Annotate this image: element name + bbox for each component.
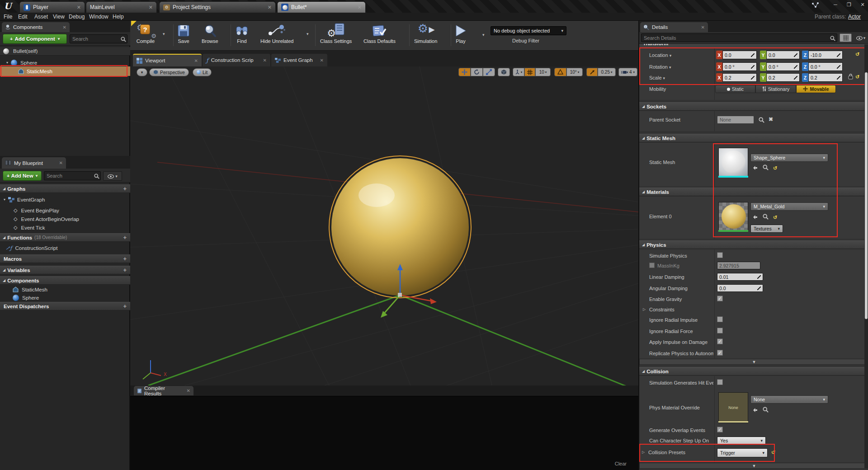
tree-item-event-actorbeginoverlap[interactable]: ◇ Event ActorBeginOverlap [0,215,130,223]
menu-window[interactable]: Window [89,14,108,20]
rotation-x-field[interactable]: 0.0 ° [722,62,757,71]
can-step-up-dropdown[interactable]: Yes▾ [717,437,766,445]
simulate-physics-checkbox[interactable] [717,252,723,258]
search-icon[interactable] [763,164,769,172]
static-mesh-dropdown[interactable]: Shape_Sphere▾ [750,154,828,162]
tab-components[interactable]: Components ✕ [2,22,70,32]
location-label[interactable]: Location ▾ [649,52,671,58]
section-transform[interactable]: Transform [639,44,868,47]
move-tool-button[interactable] [458,68,471,76]
tree-item-constructionscript[interactable]: ↗ƒ ConstructionScript [0,244,130,252]
static-mesh-thumbnail[interactable] [718,148,748,178]
close-icon[interactable]: ✕ [182,388,190,393]
details-scrollbar-thumb[interactable] [865,72,868,319]
reset-icon[interactable]: ↺ [855,52,859,57]
reset-icon[interactable]: ↺ [771,450,775,456]
asset-tab-player[interactable]: Player ✕ [19,1,85,13]
details-search-input[interactable] [641,33,837,42]
save-button[interactable]: Save [177,23,190,44]
my-blueprint-search-input[interactable] [44,171,101,180]
search-icon[interactable] [763,406,769,414]
close-icon[interactable]: ✕ [71,5,81,10]
tab-event-graph[interactable]: Event Graph ✕ [271,54,327,66]
viewport-options-dropdown[interactable]: ▾ [137,68,147,76]
tab-compiler-results[interactable]: Compiler Results ✕ [134,386,193,395]
close-icon[interactable]: ✕ [857,1,868,8]
class-defaults-button[interactable]: Class Defaults [363,23,396,44]
components-search-input[interactable] [70,34,127,43]
close-icon[interactable]: ✕ [142,5,153,10]
clear-x-icon[interactable]: ✖ [769,116,773,122]
tree-item-bullet-self[interactable]: Bullet(self) [0,47,130,56]
scale-y-field[interactable]: 0.2 [766,73,800,82]
asset-tab-bullet[interactable]: Bullet* ✕ [277,1,366,13]
display-filter-button[interactable]: ▾ [854,33,867,42]
parent-class-link[interactable]: Actor [848,14,861,20]
compiler-results-log[interactable]: Clear [130,396,638,470]
add-macro-button[interactable]: + [123,255,127,262]
expand-arrow-icon[interactable]: ▾ [4,197,5,202]
surface-snap-button[interactable]: ▾ [513,68,524,76]
close-icon[interactable]: ✕ [261,5,272,10]
window-graph-icon[interactable] [811,2,820,10]
chevron-down-icon[interactable]: ▾ [163,32,165,36]
reset-icon[interactable]: ↺ [773,165,777,171]
rotation-z-field[interactable]: 0.0 ° [808,62,843,71]
tree-item-sphere[interactable]: ▾ Sphere [0,58,130,67]
tree-item-eventgraph[interactable]: ▾ EventGraph [0,195,130,204]
ignore-radial-impulse-checkbox[interactable] [717,316,723,322]
asset-tab-mainlevel[interactable]: MainLevel ✕ [86,1,157,13]
class-settings-button[interactable]: ⚙ Class Settings [320,23,352,44]
collision-presets-label[interactable]: Collision Presets [648,450,685,455]
minimize-icon[interactable]: ─ [830,1,841,8]
tab-construction-script[interactable]: ƒ Construction Scrip ✕ [203,54,270,66]
rotation-y-field[interactable]: 0.0 ° [766,62,800,71]
section-functions[interactable]: ◢Functions (18 Overridable) + [0,233,130,242]
section-physics[interactable]: ◢Physics [639,240,868,249]
replicate-physics-checkbox[interactable]: ✓ [717,350,723,356]
debug-object-dropdown[interactable]: No debug object selected ▾ [491,26,566,35]
add-graph-button[interactable]: + [123,185,127,192]
section-materials[interactable]: ◢Materials [639,188,868,196]
section-event-dispatchers[interactable]: Event Dispatchers + [0,302,130,310]
reset-icon[interactable]: ↺ [773,215,777,221]
reset-icon[interactable]: ↺ [855,74,859,80]
close-icon[interactable]: ✕ [55,160,63,165]
menu-file[interactable]: File [4,14,12,20]
rotate-tool-button[interactable] [471,68,483,76]
close-icon[interactable]: ✕ [190,58,198,63]
add-event-dispatcher-button[interactable]: + [123,303,127,310]
scale-z-field[interactable]: 0.2 [808,73,843,82]
chevron-down-icon[interactable]: ▾ [307,32,309,36]
browse-button[interactable]: Browse [202,23,218,44]
menu-asset[interactable]: Asset [34,14,48,20]
play-button[interactable]: Play [455,23,467,44]
simulation-button[interactable]: ⚙ ▶ Simulation [414,23,437,44]
close-icon[interactable]: ✕ [259,58,267,63]
generate-overlap-checkbox[interactable]: ✓ [717,427,723,432]
section-collision[interactable]: ◢Collision [639,367,868,376]
browse-to-icon[interactable] [752,406,758,414]
enable-gravity-checkbox[interactable]: ✓ [717,296,723,301]
scale-label[interactable]: Scale ▾ [649,75,665,80]
search-icon[interactable] [763,213,769,221]
scale-snap-value-dropdown[interactable]: 0.25▾ [598,68,616,76]
tree-item-var-sphere[interactable]: Sphere [0,293,130,302]
camera-speed-dropdown[interactable]: 4▾ [618,68,637,76]
mobility-stationary-button[interactable]: Stationary [755,85,796,93]
menu-view[interactable]: View [53,14,65,20]
tree-item-staticmesh[interactable]: StaticMesh [0,66,130,76]
constraints-label[interactable]: Constraints [649,307,675,312]
mobility-movable-button[interactable]: Movable [796,85,836,93]
visibility-filter-button[interactable]: ▾ [103,171,122,181]
hide-unrelated-button[interactable]: Hide Unrelated [260,23,293,44]
add-function-button[interactable]: + [123,234,127,241]
tree-item-var-staticmesh[interactable]: StaticMesh [0,285,130,294]
rotation-snap-value-dropdown[interactable]: 10°▾ [566,68,583,76]
linear-damping-field[interactable]: 0.01 [717,273,763,281]
tree-item-event-tick[interactable]: ◇ Event Tick [0,223,130,232]
lock-icon[interactable] [848,73,853,81]
material-dropdown[interactable]: M_Metal_Gold▾ [750,202,828,211]
collision-presets-dropdown[interactable]: Trigger▾ [717,448,768,457]
grid-snap-value-dropdown[interactable]: 10▾ [535,68,551,76]
